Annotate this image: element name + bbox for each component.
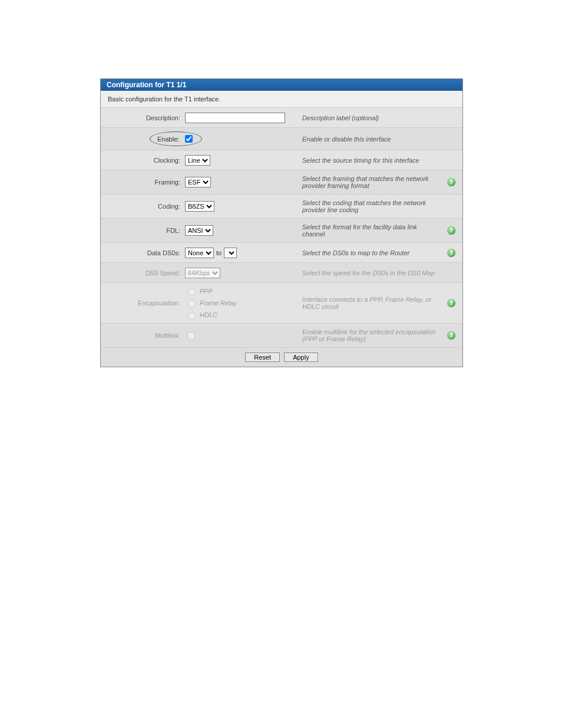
label-multilink: Multilink: xyxy=(105,332,185,339)
reset-button[interactable]: Reset xyxy=(245,353,280,362)
clocking-select[interactable]: Line xyxy=(185,155,210,166)
coding-select[interactable]: B8ZS xyxy=(185,201,214,212)
row-framing: Framing: ESF Select the framing that mat… xyxy=(101,170,462,195)
help-framing: Select the framing that matches the netw… xyxy=(300,174,445,190)
row-clocking: Clocking: Line Select the source timing … xyxy=(101,150,462,170)
label-data-ds0s: Data DS0s: xyxy=(105,249,185,256)
help-icon[interactable]: ? xyxy=(447,178,455,186)
button-bar: Reset Apply xyxy=(101,348,462,367)
label-description: Description: xyxy=(105,114,185,121)
help-icon[interactable]: ? xyxy=(447,331,455,340)
row-data-ds0s: Data DS0s: None to Select the DS0s to ma… xyxy=(101,243,462,263)
ds0-to-label: to xyxy=(216,249,222,256)
help-enable: Enable or disable this interface xyxy=(300,134,445,144)
radio-ppp-label: PPP xyxy=(200,288,213,295)
label-encapsulation: Encapsulation: xyxy=(105,299,185,307)
description-input[interactable] xyxy=(185,113,285,123)
config-panel: Configuration for T1 1/1 Basic configura… xyxy=(100,78,463,367)
help-icon[interactable]: ? xyxy=(447,226,455,235)
encapsulation-radio-group: PPP Frame Relay HDLC xyxy=(185,286,237,319)
help-fdl: Select the format for the facility data … xyxy=(300,222,445,239)
framing-select[interactable]: ESF xyxy=(185,177,211,187)
form-rows: Description: Description label (optional… xyxy=(101,108,462,348)
label-fdl: FDL: xyxy=(105,227,185,234)
ds0-to-select[interactable] xyxy=(224,248,237,258)
row-description: Description: Description label (optional… xyxy=(101,108,462,128)
row-coding: Coding: B8ZS Select the coding that matc… xyxy=(101,195,462,219)
help-ds0-speed: Select the speed for the DS0s in the DS0… xyxy=(300,268,445,278)
radio-hdlc-label: HDLC xyxy=(200,311,217,318)
label-clocking: Clocking: xyxy=(105,157,185,164)
help-description: Description label (optional) xyxy=(300,113,445,123)
help-encapsulation: Interface connects to a PPP, Frame Relay… xyxy=(300,295,445,311)
radio-hdlc xyxy=(188,312,196,319)
label-coding: Coding: xyxy=(105,203,185,210)
row-fdl: FDL: ANSI Select the format for the faci… xyxy=(101,219,462,243)
panel-subhead: Basic configuration for the T1 interface… xyxy=(101,91,462,108)
label-enable: Enable: xyxy=(157,136,179,143)
row-multilink: Multilink: Enable multilink for the sele… xyxy=(101,324,462,348)
ds0-speed-select: 64Kbps xyxy=(185,268,220,278)
help-clocking: Select the source timing for this interf… xyxy=(300,156,445,165)
row-encapsulation: Encapsulation: PPP Frame Relay HDLC Inte… xyxy=(101,283,462,324)
radio-frame-relay-label: Frame Relay xyxy=(200,299,237,307)
label-ds0-speed: DS0 Speed: xyxy=(105,269,185,276)
multilink-checkbox xyxy=(187,332,195,340)
help-coding: Select the coding that matches the netwo… xyxy=(300,198,445,215)
radio-frame-relay xyxy=(188,300,196,308)
help-multilink: Enable multilink for the selected encaps… xyxy=(300,327,445,344)
row-ds0-speed: DS0 Speed: 64Kbps Select the speed for t… xyxy=(101,263,462,283)
panel-title: Configuration for T1 1/1 xyxy=(101,79,462,91)
help-icon[interactable]: ? xyxy=(447,299,455,307)
radio-ppp xyxy=(188,288,196,296)
row-enable: Enable: Enable or disable this interface xyxy=(101,128,462,150)
help-icon[interactable]: ? xyxy=(447,249,455,257)
help-data-ds0s: Select the DS0s to map to the Router xyxy=(300,248,445,258)
fdl-select[interactable]: ANSI xyxy=(185,225,213,236)
apply-button[interactable]: Apply xyxy=(284,353,318,362)
ds0-from-select[interactable]: None xyxy=(185,248,214,258)
enable-checkbox[interactable] xyxy=(185,135,193,143)
enable-highlight: Enable: xyxy=(150,131,202,146)
label-framing: Framing: xyxy=(105,179,185,186)
